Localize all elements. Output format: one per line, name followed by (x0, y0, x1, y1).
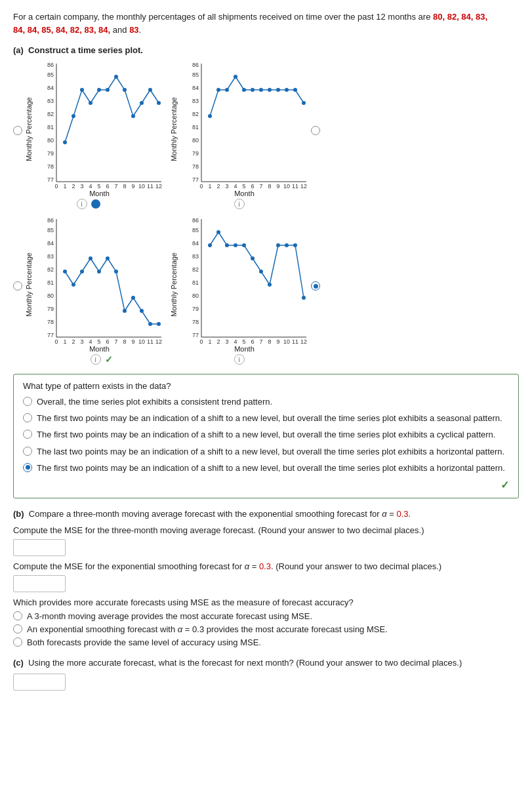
part-b-option-3-radio[interactable] (13, 637, 22, 647)
svg-text:1: 1 (208, 338, 211, 344)
chart-4-container: Monthly Percentage 77 78 79 80 81 82 83 (170, 216, 320, 365)
chart-4-radio[interactable] (311, 281, 320, 291)
svg-text:9: 9 (276, 338, 279, 344)
svg-text:81: 81 (192, 279, 199, 286)
chart-2-container: Monthly Percentage 77 78 79 80 81 82 83 (170, 60, 320, 209)
svg-text:85: 85 (47, 71, 54, 78)
svg-point-63 (216, 88, 220, 92)
svg-text:3: 3 (225, 338, 228, 344)
svg-point-146 (293, 243, 297, 247)
part-a: (a) Construct a time series plot. Monthl… (13, 45, 519, 365)
svg-point-34 (140, 101, 144, 105)
chart-3-y-label: Monthly Percentage (25, 252, 33, 317)
pattern-option-2-radio[interactable] (23, 413, 32, 422)
svg-text:10: 10 (283, 183, 290, 188)
chart-4-info-icon[interactable]: i (234, 354, 245, 365)
svg-point-30 (106, 88, 110, 92)
svg-text:0: 0 (199, 338, 203, 344)
svg-point-70 (276, 88, 280, 92)
pattern-option-2-text: The first two points may be an indicatio… (37, 413, 502, 424)
svg-point-69 (268, 88, 272, 92)
svg-text:2: 2 (216, 183, 220, 188)
svg-text:81: 81 (192, 124, 199, 131)
svg-text:4: 4 (234, 338, 237, 344)
chart-1-svg: 77 78 79 80 81 82 83 84 85 86 (35, 60, 163, 188)
svg-text:12: 12 (300, 338, 307, 344)
chart-4-footer: i (234, 354, 256, 365)
svg-point-102 (89, 256, 92, 260)
part-c-forecast-input[interactable] (13, 674, 66, 691)
chart-2-info-icon[interactable]: i (234, 199, 245, 209)
highlight-last: 83 (129, 25, 138, 35)
chart-3-radio[interactable] (13, 281, 22, 291)
part-b-option-1-radio[interactable] (13, 611, 22, 620)
svg-point-106 (123, 309, 127, 313)
part-b-option-3: Both forecasts provide the same level of… (13, 637, 519, 647)
chart-4-svg: 77 78 79 80 81 82 83 84 85 86 (180, 216, 308, 344)
part-b-mse-exp-input[interactable] (13, 575, 66, 592)
highlight-numbers-2: 84, 84, 85, 84, 82, 83, 84, (13, 25, 110, 35)
svg-text:8: 8 (268, 338, 271, 344)
and-word: and (113, 25, 127, 35)
svg-text:79: 79 (47, 150, 54, 157)
svg-text:5: 5 (242, 183, 245, 188)
part-c-label: (c) (13, 658, 24, 668)
svg-text:79: 79 (192, 150, 199, 157)
svg-point-32 (123, 88, 127, 92)
svg-text:5: 5 (97, 183, 100, 188)
part-b-mse-3month-input[interactable] (13, 539, 66, 556)
svg-point-36 (157, 101, 161, 105)
svg-text:80: 80 (47, 293, 54, 299)
svg-text:4: 4 (89, 338, 92, 344)
chart-3-container: Monthly Percentage 77 78 79 80 81 82 83 (13, 216, 163, 365)
part-b-option-1-text: A 3-month moving average provides the mo… (27, 611, 312, 621)
svg-text:6: 6 (106, 183, 109, 188)
svg-point-107 (131, 296, 135, 300)
svg-text:81: 81 (47, 279, 54, 286)
part-b: (b) Compare a three-month moving average… (13, 508, 519, 648)
pattern-option-3-radio[interactable] (23, 430, 32, 439)
svg-text:6: 6 (251, 338, 254, 344)
svg-text:84: 84 (47, 240, 54, 247)
svg-text:86: 86 (47, 62, 54, 68)
svg-text:83: 83 (47, 98, 54, 104)
alpha-value-2: 0.3 (259, 561, 271, 571)
chart-1-info-icon[interactable]: i (77, 199, 87, 209)
pattern-option-1: Overall, the time series plot exhibits a… (23, 396, 509, 408)
svg-text:4: 4 (89, 183, 92, 188)
chart-1-x-label: Month (35, 190, 163, 197)
svg-point-66 (242, 88, 246, 92)
chart-3-svg: 77 78 79 80 81 82 83 84 85 86 (35, 216, 163, 344)
chart-3-info-icon[interactable]: i (91, 354, 101, 365)
svg-text:9: 9 (131, 338, 134, 344)
svg-point-99 (63, 270, 67, 273)
svg-point-147 (302, 296, 306, 300)
chart-2-radio[interactable] (311, 126, 320, 135)
intro-text: For a certain company, the monthly perce… (13, 10, 519, 36)
chart-1-footer: i (77, 199, 100, 209)
pattern-option-4-radio[interactable] (23, 447, 32, 456)
svg-text:0: 0 (54, 183, 58, 188)
svg-text:7: 7 (114, 338, 117, 344)
svg-text:11: 11 (147, 183, 153, 188)
svg-text:8: 8 (123, 338, 126, 344)
svg-text:85: 85 (192, 227, 199, 233)
chart-3-footer: i ✓ (64, 354, 113, 365)
pattern-option-5: The first two points may be an indicatio… (23, 462, 509, 474)
pattern-option-1-radio[interactable] (23, 397, 32, 406)
svg-text:5: 5 (97, 338, 100, 344)
part-b-option-2-radio[interactable] (13, 624, 22, 634)
chart-2-x-label: Month (180, 190, 308, 197)
chart-2-footer: i (234, 199, 256, 209)
svg-text:78: 78 (47, 163, 54, 170)
chart-1-radio[interactable] (13, 126, 22, 135)
svg-text:7: 7 (259, 183, 262, 188)
pattern-option-5-radio[interactable] (23, 463, 32, 472)
svg-text:2: 2 (216, 338, 220, 344)
svg-text:8: 8 (123, 183, 126, 188)
svg-text:10: 10 (138, 338, 145, 344)
svg-point-142 (259, 270, 263, 273)
chart-3-check: ✓ (105, 354, 113, 365)
part-b-option-1: A 3-month moving average provides the mo… (13, 611, 519, 621)
alpha-symbol-1: α (382, 509, 386, 519)
